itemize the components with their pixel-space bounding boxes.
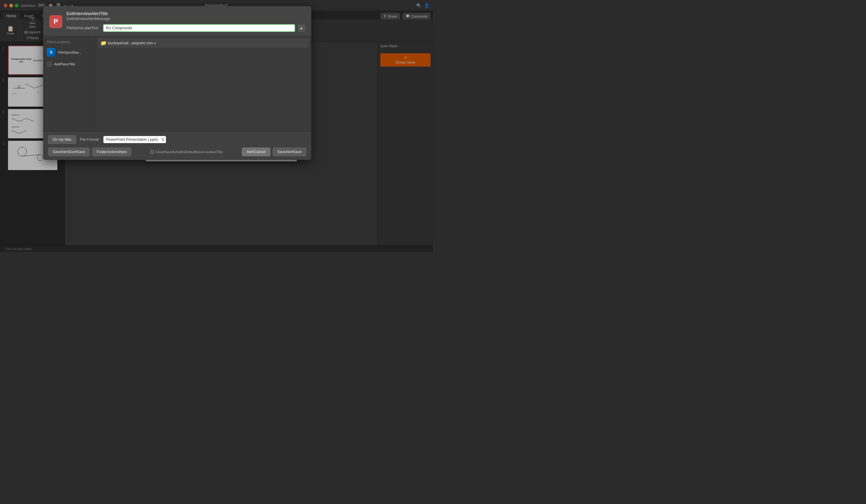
footer-row2: SaveAlertDontSave FolderActionsNew Cloud… [48, 148, 306, 156]
cloud-save-label: CloudSaveAsSetAsDefaultSaveLocationTitle [155, 150, 222, 154]
cancel-button[interactable]: AlertCancel [242, 148, 270, 156]
dialog-title-area: ExitInterviewAlertTitle ExitInterviewAle… [67, 11, 305, 32]
dialog-title: ExitInterviewAlertTitle [67, 11, 305, 16]
filename-label: FileNameLabelText [67, 26, 100, 30]
folder-actions-button[interactable]: FolderActionsNew [92, 148, 131, 156]
breadcrumb-arrow: ▶ [154, 41, 157, 45]
footer-row1: On my Mac File Format: PowerPoint Presen… [48, 135, 306, 144]
dialog-overlay: P ExitInterviewAlertTitle ExitInterviewA… [0, 0, 433, 252]
add-place-label: AddPlaceTitle [54, 62, 75, 66]
dialog-sidebar: OtherLocations S FileOpenShar... + AddPl… [43, 36, 96, 131]
dialog-body: OtherLocations S FileOpenShar... + AddPl… [43, 36, 311, 131]
dialog-message: ExitInterviewAlertMessage [67, 16, 305, 21]
add-place-button[interactable]: + AddPlaceTitle [43, 59, 95, 69]
on-my-mac-button[interactable]: On my Mac [48, 135, 76, 144]
cloud-save-checkbox[interactable] [151, 150, 154, 154]
dialog-header: P ExitInterviewAlertTitle ExitInterviewA… [43, 6, 311, 36]
add-place-icon: + [47, 61, 52, 67]
filename-input[interactable] [103, 24, 295, 32]
file-format-select[interactable]: PowerPoint Presentation (.pptx) [103, 136, 166, 143]
dialog-footer: On my Mac File Format: PowerPoint Presen… [43, 131, 311, 160]
file-format-label: File Format: [80, 137, 100, 142]
folder-icon: 📁 [100, 40, 107, 46]
save-dialog: P ExitInterviewAlertTitle ExitInterviewA… [43, 6, 311, 160]
main-layout: 1 Compounds from KU 12/9/2020 Ortho auct… [0, 42, 433, 245]
cloud-save-checkbox-area: CloudSaveAsSetAsDefaultSaveLocationTitle [151, 150, 222, 154]
sharepoint-icon: S [47, 48, 55, 57]
sharepoint-label: FileOpenShar... [58, 51, 81, 54]
dialog-main: 📁 buckeyemail...arepoint.com ▶ [96, 36, 311, 131]
dialog-filename-row: FileNameLabelText ▲ [67, 24, 305, 32]
filename-toggle-btn[interactable]: ▲ [298, 24, 305, 32]
sharepoint-item[interactable]: S FileOpenShar... [43, 46, 95, 59]
app-icon: P [49, 15, 62, 28]
file-format-wrapper: PowerPoint Presentation (.pptx) ⇅ [103, 136, 166, 143]
save-button[interactable]: SaveAlertSave [273, 148, 306, 156]
breadcrumb[interactable]: 📁 buckeyemail...arepoint.com ▶ [98, 38, 309, 48]
dont-save-button[interactable]: SaveAlertDontSave [48, 148, 90, 156]
other-locations-label: OtherLocations [43, 38, 95, 46]
breadcrumb-text: buckeyemail...arepoint.com [108, 41, 153, 45]
